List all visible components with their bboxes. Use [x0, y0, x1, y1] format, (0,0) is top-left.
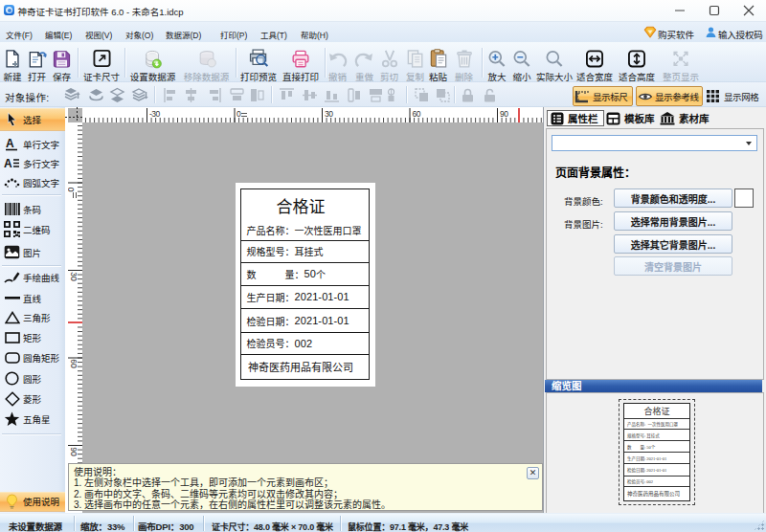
- svg-text:A: A: [4, 157, 12, 170]
- svg-text:A: A: [6, 137, 14, 150]
